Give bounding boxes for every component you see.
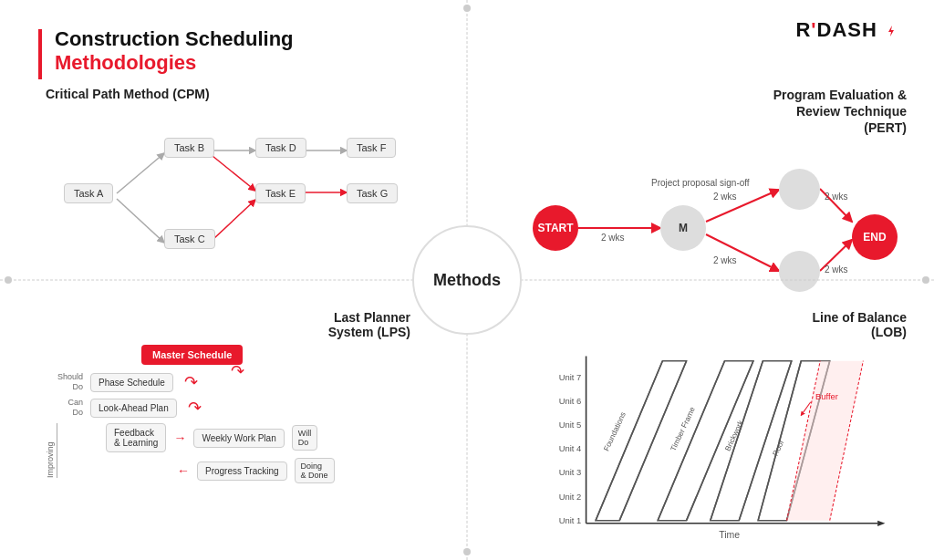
doing-done-box: Doing & Done: [295, 458, 335, 483]
svg-line-10: [706, 234, 779, 271]
dot-top: [463, 5, 471, 12]
svg-marker-0: [888, 26, 894, 36]
task-b: Task B: [164, 138, 214, 158]
task-g: Task G: [347, 183, 398, 203]
svg-line-5: [213, 200, 255, 240]
pert-node-start: START: [533, 205, 578, 251]
header-bar: [38, 29, 42, 79]
should-do-label: Should Do: [46, 372, 87, 392]
curved-arrow-2: ↷: [184, 372, 198, 392]
logo-accent: ': [811, 18, 816, 41]
svg-text:Unit 5: Unit 5: [559, 420, 582, 430]
pert-section: Program Evaluation & Review Technique (P…: [524, 87, 907, 342]
pert-node-m: M: [660, 205, 706, 251]
pert-wk4: 2 wks: [825, 192, 848, 202]
logo: R'DASH: [795, 18, 898, 42]
look-ahead-box: Look-Ahead Plan: [90, 399, 177, 418]
pert-wk2: 2 wks: [713, 192, 737, 202]
svg-line-4: [213, 156, 255, 191]
pert-wk1: 2 wks: [601, 233, 625, 243]
svg-line-30: [687, 361, 753, 521]
left-arrow: ←: [177, 463, 190, 478]
progress-tracking-box: Progress Tracking: [197, 461, 287, 481]
pert-title: Program Evaluation & Review Technique (P…: [524, 87, 907, 137]
pert-node-mid1: [779, 169, 820, 210]
task-c: Task C: [164, 229, 215, 249]
task-e: Task E: [255, 183, 306, 203]
svg-text:Foundations: Foundations: [601, 410, 628, 452]
pert-proposal-label: Project proposal sign-off: [651, 178, 750, 188]
lob-svg: Unit 1 Unit 2 Unit 3 Unit 4 Unit 5 Unit …: [524, 347, 907, 547]
lps-section: Last Planner System (LPS) Master Schedul…: [46, 310, 447, 489]
lob-chart: Unit 1 Unit 2 Unit 3 Unit 4 Unit 5 Unit …: [524, 347, 907, 547]
pert-node-mid2: [779, 251, 820, 292]
can-do-label: Can Do: [46, 398, 87, 418]
center-circle: Methods: [412, 225, 522, 335]
lps-row-can-do: Can Do Look-Ahead Plan ↷: [46, 398, 447, 418]
will-do-box: Will Do: [292, 425, 318, 451]
header-title-line1: Construction Scheduling: [55, 27, 294, 51]
lps-row-should-do: Should Do Phase Schedule ↷: [46, 372, 447, 392]
svg-line-2: [117, 199, 164, 243]
dot-left: [5, 276, 12, 284]
svg-text:Time: Time: [719, 530, 740, 540]
task-a: Task A: [64, 183, 113, 203]
lob-title: Line of Balance (LOB): [524, 310, 907, 339]
svg-marker-15: [877, 521, 885, 526]
svg-text:Unit 7: Unit 7: [559, 372, 582, 382]
curved-arrow-1: ↷: [231, 361, 244, 381]
improving-bracket: Improving: [46, 423, 57, 478]
svg-text:Roof: Roof: [771, 438, 786, 457]
pert-node-end: END: [852, 214, 898, 260]
curved-arrow-3: ↷: [188, 398, 202, 418]
svg-marker-40: [787, 361, 864, 521]
header: Construction Scheduling Methodologies: [55, 27, 294, 75]
logo-lightning-icon: [885, 25, 898, 37]
pert-wk3: 2 wks: [713, 255, 737, 265]
svg-line-33: [711, 361, 763, 521]
dot-bottom: [463, 548, 471, 555]
lps-row-feedback: Feedback & Learning → Weekly Work Plan W…: [61, 423, 447, 452]
task-d: Task D: [255, 138, 306, 158]
lob-section: Line of Balance (LOB) Unit 1 Unit 2 Unit…: [524, 310, 907, 547]
svg-text:Timber Frame: Timber Frame: [669, 405, 697, 452]
svg-text:Unit 1: Unit 1: [559, 515, 582, 525]
cpm-section: Critical Path Method (CPM): [46, 87, 447, 293]
cpm-title: Critical Path Method (CPM): [46, 87, 447, 101]
center-label: Methods: [433, 271, 501, 290]
svg-line-29: [658, 361, 724, 521]
svg-text:Unit 6: Unit 6: [559, 396, 582, 406]
feedback-box: Feedback & Learning: [106, 423, 166, 452]
weekly-work-plan-box: Weekly Work Plan: [193, 429, 284, 448]
lps-row-progress: ← Progress Tracking Doing & Done: [61, 458, 447, 483]
cpm-diagram: Task A Task B Task C Task D Task E Task …: [46, 110, 447, 293]
master-schedule-button[interactable]: Master Schedule: [141, 345, 243, 365]
dot-right: [922, 276, 929, 284]
svg-text:Unit 2: Unit 2: [559, 492, 582, 502]
svg-text:Unit 4: Unit 4: [559, 443, 582, 453]
svg-text:Unit 3: Unit 3: [559, 467, 582, 477]
task-f: Task F: [347, 138, 396, 158]
header-title-line2: Methodologies: [55, 51, 294, 75]
pert-wk5: 2 wks: [825, 264, 848, 275]
svg-text:Buffer: Buffer: [815, 391, 838, 401]
phase-schedule-box: Phase Schedule: [90, 373, 173, 392]
svg-line-1: [117, 153, 164, 193]
right-arrow: →: [173, 430, 186, 445]
lps-diagram: Master Schedule ↷ Should Do Phase Schedu…: [46, 345, 447, 489]
lps-title: Last Planner System (LPS): [328, 310, 429, 339]
